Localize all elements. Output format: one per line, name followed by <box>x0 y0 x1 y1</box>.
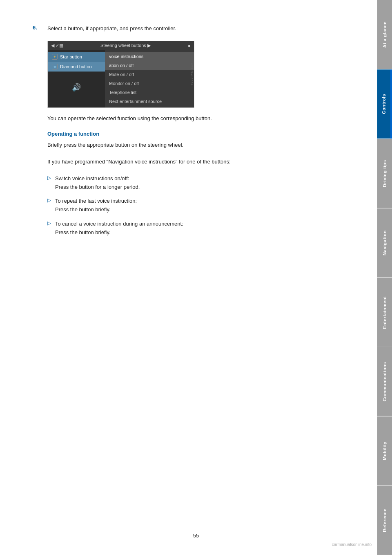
bullet-1-sub: Press the button for a longer period. <box>55 184 140 190</box>
option-mute: Mute on / off <box>105 70 194 79</box>
sidebar-item-driving-tips[interactable]: Driving tips <box>377 139 392 208</box>
operating-function-heading: Operating a function <box>47 131 353 137</box>
sidebar-item-navigation[interactable]: Navigation <box>377 208 392 278</box>
intro-text: Briefly press the appropriate button on … <box>47 141 353 150</box>
bullet-list: ▷ Switch voice instructions on/off: Pres… <box>47 175 353 237</box>
diagram-body: + Star button ◆ Diamond button 🔊 voice i… <box>48 50 194 107</box>
bullet-arrow-2: ▷ <box>47 197 51 203</box>
bullet-text-3: To cancel a voice instruction during an … <box>55 220 183 237</box>
main-content: 6. Select a button, if appropriate, and … <box>0 0 377 555</box>
diamond-button-label: Diamond button <box>60 64 92 69</box>
star-icon: + <box>52 54 58 60</box>
step-6-container: 6. Select a button, if appropriate, and … <box>33 25 353 33</box>
after-diagram-text: You can operate the selected function us… <box>47 114 353 123</box>
bullet-text-2: To repeat the last voice instruction: Pr… <box>55 197 137 214</box>
settings-icon: ● <box>188 43 191 49</box>
diagram-title: Steering wheel buttons ▶ <box>66 43 185 48</box>
sidebar-item-communications[interactable]: Communications <box>377 347 392 416</box>
step-text: Select a button, if appropriate, and pre… <box>47 25 176 33</box>
bullet-item-3: ▷ To cancel a voice instruction during a… <box>47 220 353 237</box>
sidebar-item-entertainment[interactable]: Entertainment <box>377 278 392 347</box>
programmed-note: If you have programmed "Navigation voice… <box>47 158 353 166</box>
bullet-3-sub: Press the button briefly. <box>55 229 111 235</box>
star-button-item: + Star button <box>48 52 105 62</box>
diagram-watermark: V2315a/I0064 <box>190 63 193 86</box>
diagram-header-icons: ◀ ✓▦ <box>51 43 63 48</box>
step-number: 6. <box>33 25 41 33</box>
bullet-1-main: Switch voice instructions on/off: <box>55 175 129 181</box>
bullet-2-main: To repeat the last voice instruction: <box>55 198 137 204</box>
bullet-item-2: ▷ To repeat the last voice instruction: … <box>47 197 353 214</box>
diamond-icon: ◆ <box>52 64 58 69</box>
sidebar-item-at-a-glance[interactable]: At a glance <box>377 0 392 69</box>
bullet-arrow-1: ▷ <box>47 175 51 181</box>
page-number: 55 <box>193 533 199 539</box>
diamond-button-item: ◆ Diamond button <box>48 62 105 72</box>
bullet-arrow-3: ▷ <box>47 220 51 226</box>
bullet-2-sub: Press the button briefly. <box>55 206 111 213</box>
bullet-3-main: To cancel a voice instruction during an … <box>55 221 183 227</box>
option-telephone: Telephone list <box>105 88 194 97</box>
sidebar-item-mobility[interactable]: Mobility <box>377 416 392 486</box>
star-button-label: Star button <box>60 54 82 59</box>
sidebar-item-controls[interactable]: Controls <box>377 69 392 139</box>
sidebar: At a glance Controls Driving tips Naviga… <box>377 0 392 555</box>
sidebar-item-reference[interactable]: Reference <box>377 486 392 555</box>
watermark: carmanualsonline.info <box>332 542 372 547</box>
option-next-entertainment: Next entertainment source <box>105 97 194 106</box>
diagram-container: ◀ ✓▦ Steering wheel buttons ▶ ● + Star b… <box>47 41 194 108</box>
speaker-icon: 🔊 <box>48 72 105 92</box>
diagram-left-menu: + Star button ◆ Diamond button 🔊 <box>48 50 105 107</box>
option-ation-on-off: ation on / off <box>105 61 194 70</box>
option-monitor: Monitor on / off <box>105 79 194 88</box>
diagram-header: ◀ ✓▦ Steering wheel buttons ▶ ● <box>48 41 194 50</box>
bullet-text-1: Switch voice instructions on/off: Press … <box>55 175 140 192</box>
option-voice-instructions: voice instructions <box>105 52 194 61</box>
bullet-item-1: ▷ Switch voice instructions on/off: Pres… <box>47 175 353 192</box>
diagram-right-options: voice instructions ation on / off Mute o… <box>105 50 194 107</box>
